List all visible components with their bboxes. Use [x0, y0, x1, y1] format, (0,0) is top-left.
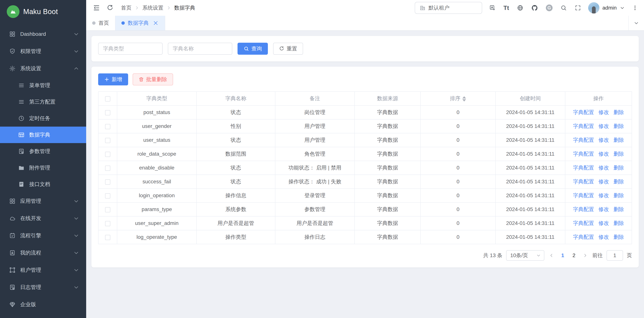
delete-link[interactable]: 删除 [614, 151, 624, 157]
dict-config-link[interactable]: 字典配置 [573, 151, 594, 157]
tab-list-dropdown[interactable] [628, 16, 644, 30]
sidebar-item-my-workflow[interactable]: 我的流程 [0, 244, 86, 262]
row-checkbox[interactable] [105, 124, 110, 129]
user-menu[interactable]: admin [588, 2, 625, 14]
sort-carets-icon[interactable] [462, 96, 466, 102]
sidebar-item-system-settings[interactable]: 系统设置 [0, 60, 86, 77]
dict-config-link[interactable]: 字典配置 [573, 165, 594, 170]
select-all-checkbox[interactable] [105, 96, 110, 102]
collapse-sidebar-icon[interactable] [92, 4, 101, 12]
row-checkbox[interactable] [105, 110, 110, 115]
dict-config-link[interactable]: 字典配置 [573, 234, 594, 240]
sidebar-item-permission-mgmt[interactable]: 权限管理 [0, 43, 86, 60]
delete-link[interactable]: 删除 [614, 109, 624, 115]
cell-remark: 登录管理 [275, 188, 354, 202]
sidebar-item-third-party-config[interactable]: 第三方配置 [0, 94, 86, 110]
delete-link[interactable]: 删除 [614, 123, 624, 129]
tenant-select[interactable]: 默认租户 [415, 2, 482, 14]
edit-link[interactable]: 修改 [598, 234, 609, 240]
dict-name-input[interactable] [168, 43, 232, 55]
dict-config-link[interactable]: 字典配置 [573, 220, 594, 226]
row-checkbox[interactable] [105, 180, 110, 185]
dict-config-link[interactable]: 字典配置 [573, 192, 594, 198]
sidebar-item-params-mgmt[interactable]: 参数管理 [0, 143, 86, 160]
row-checkbox[interactable] [105, 152, 110, 157]
add-button[interactable]: 新增 [98, 74, 128, 86]
edit-link[interactable]: 修改 [598, 165, 609, 170]
header-icon-group: TtG [488, 4, 582, 12]
cell-actions: 字典配置修改删除 [565, 161, 632, 175]
row-checkbox[interactable] [105, 207, 110, 212]
github-button[interactable] [530, 4, 539, 12]
delete-link[interactable]: 删除 [614, 220, 624, 226]
grid-icon [9, 198, 16, 204]
page-number-1[interactable]: 1 [558, 252, 567, 258]
sidebar-item-attachment-mgmt[interactable]: 附件管理 [0, 160, 86, 176]
more-menu-icon[interactable] [631, 4, 639, 12]
gitee-button[interactable]: G [545, 4, 553, 12]
sidebar-item-enterprise-edition[interactable]: 企业版 [0, 296, 86, 313]
delete-link[interactable]: 删除 [614, 179, 624, 184]
sidebar-item-menu-mgmt[interactable]: 菜单管理 [0, 77, 86, 94]
search-button[interactable] [560, 4, 568, 12]
row-checkbox[interactable] [105, 221, 110, 226]
sidebar-item-api-docs[interactable]: 接口文档 [0, 176, 86, 192]
edit-link[interactable]: 修改 [598, 179, 609, 184]
batch-delete-button[interactable]: 批量删除 [132, 74, 173, 86]
edit-link[interactable]: 修改 [598, 220, 609, 226]
delete-link[interactable]: 删除 [614, 165, 624, 170]
translate-button[interactable] [488, 4, 496, 12]
edit-link[interactable]: 修改 [598, 206, 609, 212]
column-header-sort[interactable]: 排序 [420, 92, 496, 106]
close-icon[interactable] [152, 20, 159, 26]
trash-icon [138, 77, 144, 82]
page-number-2[interactable]: 2 [570, 252, 578, 258]
sidebar-item-workflow-engine[interactable]: 流程引擎 [0, 227, 86, 244]
fullscreen-button[interactable] [574, 4, 582, 12]
goto-page-input[interactable] [606, 250, 623, 261]
reset-button[interactable]: 重置 [273, 43, 303, 55]
prev-page-button[interactable] [548, 253, 555, 258]
edit-link[interactable]: 修改 [598, 123, 609, 129]
row-checkbox[interactable] [105, 166, 110, 171]
sidebar-item-scheduled-tasks[interactable]: 定时任务 [0, 110, 86, 126]
row-checkbox[interactable] [105, 138, 110, 143]
edit-link[interactable]: 修改 [598, 137, 609, 143]
delete-link[interactable]: 删除 [614, 206, 624, 212]
row-checkbox[interactable] [105, 235, 110, 240]
edit-link[interactable]: 修改 [598, 109, 609, 115]
tab-data-dictionary[interactable]: 数据字典 [116, 16, 165, 30]
sidebar-item-log-mgmt[interactable]: 日志管理 [0, 279, 86, 296]
font-size-button[interactable]: Tt [503, 4, 510, 12]
sidebar-item-app-mgmt[interactable]: 应用管理 [0, 192, 86, 210]
delete-link[interactable]: 删除 [614, 137, 624, 143]
refresh-page-icon[interactable] [106, 4, 114, 12]
page-size-select[interactable]: 10条/页 [506, 250, 544, 261]
logo[interactable]: Maku Boot [0, 0, 86, 23]
dict-config-link[interactable]: 字典配置 [573, 123, 594, 129]
breadcrumb-item[interactable]: 首页 [121, 4, 132, 12]
cell-actions: 字典配置修改删除 [565, 216, 632, 230]
dict-config-link[interactable]: 字典配置 [573, 206, 594, 212]
edit-link[interactable]: 修改 [598, 192, 609, 198]
delete-link[interactable]: 删除 [614, 192, 624, 198]
tab-home[interactable]: 首页 [86, 16, 116, 30]
clock-icon [18, 115, 25, 122]
edit-link[interactable]: 修改 [598, 151, 609, 157]
sidebar-item-tenant-mgmt[interactable]: 租户管理 [0, 262, 86, 279]
language-button[interactable] [516, 4, 524, 12]
dict-config-link[interactable]: 字典配置 [573, 179, 594, 184]
dict-config-link[interactable]: 字典配置 [573, 137, 594, 143]
sidebar-item-dashboard[interactable]: Dashboard [0, 26, 86, 43]
dict-config-link[interactable]: 字典配置 [573, 109, 594, 115]
breadcrumb-item[interactable]: 系统设置 [142, 4, 163, 12]
row-checkbox[interactable] [105, 193, 110, 198]
sidebar-item-data-dictionary[interactable]: 数据字典 [0, 126, 86, 143]
query-button[interactable]: 查询 [238, 43, 268, 55]
delete-link[interactable]: 删除 [614, 234, 624, 240]
next-page-button[interactable] [582, 253, 588, 258]
dict-type-input[interactable] [98, 43, 162, 55]
translate-icon [489, 5, 496, 11]
sidebar-item-online-dev[interactable]: 在线开发 [0, 210, 86, 227]
avatar [588, 2, 600, 14]
